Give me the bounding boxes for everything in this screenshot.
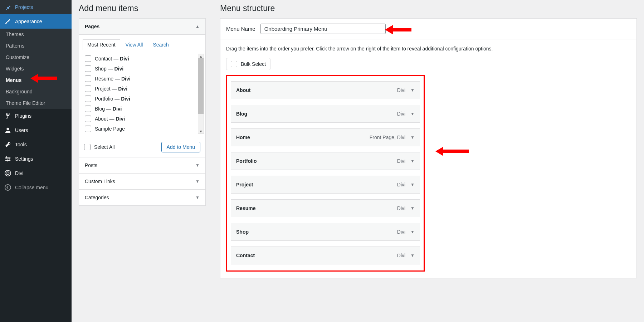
scroll-down-icon[interactable]: ▼: [198, 129, 204, 133]
sidebar-item-users[interactable]: Users: [0, 123, 72, 137]
menu-name-input[interactable]: [260, 24, 386, 34]
page-option[interactable]: Sample Page: [85, 124, 203, 134]
caret-down-icon[interactable]: ▼: [410, 158, 415, 164]
page-checkbox[interactable]: [85, 75, 91, 82]
menu-item-type: Divi: [397, 205, 405, 211]
page-option[interactable]: Portfolio — Divi: [85, 94, 203, 104]
page-option-label: Portfolio — Divi: [95, 96, 130, 102]
page-checkbox[interactable]: [85, 55, 91, 62]
caret-down-icon: ▼: [195, 195, 200, 200]
bulk-select-toggle[interactable]: Bulk Select: [226, 58, 270, 70]
pages-panel-tabs: Most Recent View All Search: [79, 35, 205, 50]
menu-item-type: Divi: [397, 182, 405, 187]
sidebar-item-projects[interactable]: Projects: [0, 0, 72, 14]
scroll-thumb[interactable]: [198, 58, 204, 114]
page-checkbox[interactable]: [85, 86, 91, 92]
posts-panel-header[interactable]: Posts▼: [79, 157, 205, 173]
sidebar-sub-background[interactable]: Background: [0, 86, 72, 97]
menu-item-name: Resume: [236, 205, 255, 211]
page-checkbox[interactable]: [85, 65, 91, 72]
caret-down-icon[interactable]: ▼: [410, 111, 415, 116]
tab-search[interactable]: Search: [148, 39, 173, 50]
annotation-arrow: [385, 25, 411, 34]
caret-down-icon[interactable]: ▼: [410, 182, 415, 187]
caret-down-icon[interactable]: ▼: [410, 229, 415, 234]
wrench-icon: [4, 141, 11, 148]
menu-item[interactable]: BlogDivi▼: [231, 105, 420, 123]
sidebar-item-plugins[interactable]: Plugins: [0, 109, 72, 123]
sidebar-sub-widgets[interactable]: Widgets: [0, 63, 72, 74]
sidebar-item-settings[interactable]: Settings: [0, 152, 72, 166]
menu-item-type: Divi: [397, 229, 405, 235]
menu-name-label: Menu Name: [226, 26, 255, 32]
sidebar-item-label: Settings: [15, 156, 33, 162]
sidebar-sub-customize[interactable]: Customize: [0, 52, 72, 63]
add-to-menu-button[interactable]: Add to Menu: [161, 142, 200, 152]
svg-rect-4: [6, 156, 7, 158]
menu-structure-heading: Menu structure: [220, 0, 637, 18]
page-option[interactable]: Project — Divi: [85, 84, 203, 94]
tab-most-recent[interactable]: Most Recent: [83, 39, 120, 50]
brush-icon: [4, 18, 11, 25]
menu-item[interactable]: ResumeDivi▼: [231, 199, 420, 217]
page-option-label: Shop — Divi: [95, 66, 123, 72]
arrow-left-icon: [385, 25, 393, 34]
categories-panel-header[interactable]: Categories▼: [79, 190, 205, 205]
sidebar-sub-themes[interactable]: Themes: [0, 29, 72, 40]
menu-item-name: Blog: [236, 111, 247, 117]
page-option[interactable]: Resume — Divi: [85, 74, 203, 84]
collapse-menu-button[interactable]: Collapse menu: [0, 180, 72, 195]
sidebar-sub-patterns[interactable]: Patterns: [0, 40, 72, 52]
page-option-label: Resume — Divi: [95, 76, 131, 82]
add-menu-items-heading: Add menu items: [79, 0, 206, 18]
page-option[interactable]: Blog — Divi: [85, 104, 203, 114]
page-checkbox[interactable]: [85, 106, 91, 112]
menu-structure-body: Drag the items into the order you prefer…: [220, 39, 637, 278]
menu-structure-column: Menu structure Menu Name Drag the items …: [213, 0, 644, 322]
caret-down-icon[interactable]: ▼: [410, 88, 415, 93]
svg-rect-5: [9, 158, 10, 160]
caret-down-icon: ▼: [195, 179, 200, 184]
panel-title: Categories: [85, 195, 109, 200]
svg-rect-1: [5, 157, 10, 158]
pages-panel-header[interactable]: Pages ▲: [79, 19, 205, 35]
collapse-menu-label: Collapse menu: [15, 185, 48, 190]
page-option-label: Contact — Divi: [95, 56, 129, 62]
caret-down-icon[interactable]: ▼: [410, 135, 415, 140]
pages-panel-title: Pages: [85, 24, 99, 29]
menu-item[interactable]: HomeFront Page, Divi▼: [231, 128, 420, 146]
bulk-select-label: Bulk Select: [241, 61, 266, 67]
scroll-up-icon[interactable]: ▲: [198, 54, 204, 58]
pages-scrollbar[interactable]: ▲ ▼: [198, 54, 204, 134]
menu-item-type: Front Page, Divi: [370, 135, 405, 140]
page-checkbox[interactable]: [85, 116, 91, 122]
page-option[interactable]: About — Divi: [85, 114, 203, 124]
sidebar-item-appearance[interactable]: Appearance: [0, 14, 72, 29]
menu-item[interactable]: ProjectDivi▼: [231, 176, 420, 194]
page-checkbox[interactable]: [85, 96, 91, 102]
menu-item-type: Divi: [397, 111, 405, 117]
menu-item[interactable]: ShopDivi▼: [231, 223, 420, 241]
caret-down-icon[interactable]: ▼: [410, 253, 415, 258]
sidebar-item-divi[interactable]: Divi: [0, 166, 72, 180]
sidebar-sub-theme-file-editor[interactable]: Theme File Editor: [0, 97, 72, 109]
select-all-checkbox[interactable]: [84, 144, 91, 150]
bulk-select-checkbox[interactable]: [231, 61, 237, 67]
custom-links-panel-header[interactable]: Custom Links▼: [79, 174, 205, 189]
caret-down-icon[interactable]: ▼: [410, 206, 415, 211]
page-option[interactable]: Shop — Divi: [85, 64, 203, 74]
menu-item[interactable]: AboutDivi▼: [231, 81, 420, 99]
sidebar-item-tools[interactable]: Tools: [0, 137, 72, 152]
tab-view-all[interactable]: View All: [121, 39, 148, 50]
sidebar-item-label: Tools: [15, 142, 27, 147]
sliders-icon: [4, 155, 11, 162]
sidebar-sub-menus[interactable]: Menus: [0, 74, 72, 86]
page-checkbox[interactable]: [85, 126, 91, 132]
menu-item-name: Shop: [236, 229, 249, 235]
menu-item[interactable]: PortfolioDivi▼: [231, 152, 420, 170]
menu-item[interactable]: ContactDivi▼: [231, 247, 420, 264]
select-all-row[interactable]: Select All: [84, 144, 115, 150]
plug-icon: [4, 112, 11, 119]
menu-item-name: About: [236, 87, 250, 93]
page-option[interactable]: Contact — Divi: [85, 54, 203, 64]
